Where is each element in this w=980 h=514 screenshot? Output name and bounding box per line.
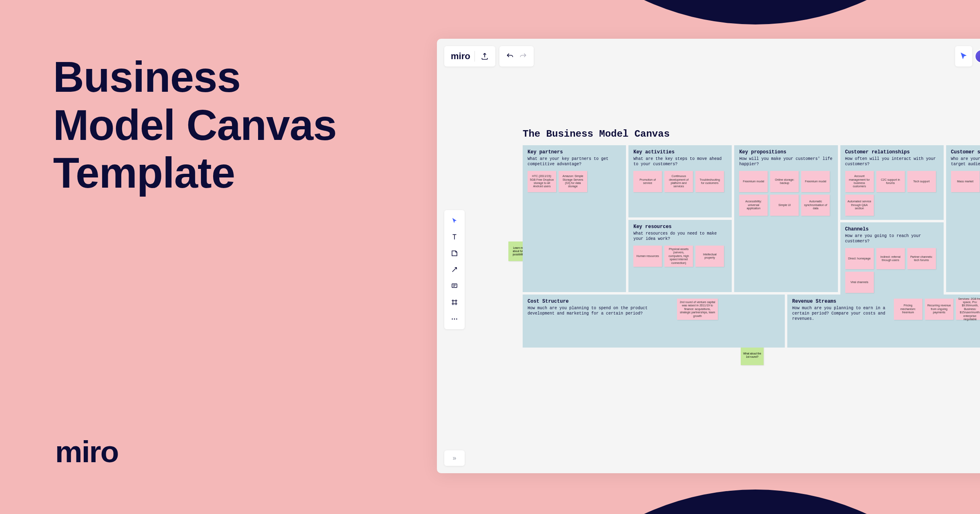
arrow-tool[interactable] bbox=[447, 262, 462, 277]
sticky-note[interactable]: Recurring revenue from ongoing payments bbox=[925, 299, 953, 320]
collaborator-avatars[interactable]: +3 bbox=[977, 49, 980, 63]
sticky-note[interactable]: Services: 2GB free space, Pro: $9.99/mon… bbox=[956, 299, 980, 320]
cell-title: Customer relationships bbox=[845, 149, 939, 155]
cell-title: Key partners bbox=[528, 149, 621, 155]
sticky-note[interactable]: Promotion of service bbox=[633, 171, 662, 192]
source-attribution: Source: Strategyzer.co bbox=[523, 351, 980, 355]
sticky-tool[interactable] bbox=[447, 246, 462, 261]
sticky-note[interactable]: Online storage: backup bbox=[770, 171, 799, 192]
sticky-note[interactable]: Direct: homepage bbox=[845, 248, 874, 269]
sticky-note[interactable]: Tech support bbox=[907, 171, 936, 192]
sticky-note[interactable]: Freemium model bbox=[801, 171, 830, 192]
toolbar-group-history bbox=[499, 46, 534, 66]
sticky-note[interactable]: Mass market bbox=[951, 171, 980, 192]
cell-subtitle: How much are you planning to spend on th… bbox=[528, 306, 669, 316]
sticky-note[interactable]: HTC (2011/19): 5GB Free Dropbox storage … bbox=[528, 171, 556, 192]
board-title: The Business Model Canvas bbox=[523, 128, 980, 140]
expand-panel-button[interactable]: » bbox=[444, 450, 465, 466]
cell-channels[interactable]: Channels How are you going to reach your… bbox=[840, 222, 944, 297]
cell-key-partners[interactable]: Key partners What are your key partners … bbox=[523, 145, 626, 292]
sticky-note[interactable]: Automatic synchronisation of data bbox=[801, 195, 830, 216]
sticky-note[interactable]: Simple UI bbox=[770, 195, 799, 216]
export-icon[interactable] bbox=[478, 50, 491, 63]
sticky-note[interactable]: Freemium model bbox=[739, 171, 768, 192]
sticky-note[interactable]: Human resources bbox=[633, 246, 662, 267]
cell-subtitle: What are the key steps to move ahead to … bbox=[633, 156, 727, 167]
sticky-note[interactable]: Indirect: referral through users bbox=[876, 248, 905, 269]
sticky-note[interactable]: Intellectual property bbox=[695, 246, 724, 267]
cell-title: Cost Structure bbox=[528, 299, 669, 304]
cell-key-resources[interactable]: Key resources What resources do you need… bbox=[628, 220, 732, 292]
select-tool[interactable] bbox=[447, 213, 462, 228]
cell-title: Revenue Streams bbox=[792, 299, 888, 304]
cell-subtitle: How much are you planning to earn in a c… bbox=[792, 306, 888, 321]
app-window: miro +3 Sha bbox=[437, 39, 980, 473]
cell-title: Key resources bbox=[633, 224, 727, 230]
cell-subtitle: How are you going to reach your customer… bbox=[845, 233, 939, 244]
comment-tool[interactable] bbox=[447, 279, 462, 293]
sticky-note[interactable]: Partner channels: tech forums bbox=[907, 248, 936, 269]
sticky-note[interactable]: Troubleshooting for customers bbox=[695, 171, 724, 192]
hero-title: Business Model Canvas Template bbox=[53, 53, 336, 197]
cell-revenue-streams[interactable]: Revenue Streams How much are you plannin… bbox=[787, 295, 980, 348]
sticky-note[interactable]: 2nd round of venture capital was raised … bbox=[677, 299, 718, 320]
decorative-arc-top bbox=[490, 0, 980, 24]
cell-subtitle: What resources do you need to make your … bbox=[633, 231, 727, 241]
sticky-note[interactable]: Amazon: Simple Storage Servers (S3) for … bbox=[559, 171, 587, 192]
cell-key-activities[interactable]: Key activities What are the key steps to… bbox=[628, 145, 732, 217]
toolbar-group-main: miro bbox=[444, 46, 495, 66]
cell-customer-segments[interactable]: Customer segments Who are your customers… bbox=[946, 145, 980, 292]
canvas-board[interactable]: The Business Model Canvas Key partners W… bbox=[523, 128, 980, 355]
undo-icon[interactable] bbox=[503, 50, 517, 63]
more-tools[interactable]: ⋯ bbox=[447, 311, 462, 326]
frame-tool[interactable] bbox=[447, 295, 462, 310]
top-right-controls: +3 Sha bbox=[955, 46, 980, 66]
cell-title: Customer segments bbox=[951, 149, 980, 155]
svg-rect-0 bbox=[452, 284, 457, 288]
decorative-arc-bottom bbox=[490, 490, 980, 514]
sticky-note[interactable]: Account management for business customer… bbox=[845, 171, 874, 192]
sticky-note[interactable]: Viral channels bbox=[845, 272, 874, 293]
cell-subtitle: How often will you interact with your cu… bbox=[845, 156, 939, 167]
sticky-note[interactable]: Automated service through Q&A section bbox=[845, 195, 874, 216]
miro-wordmark: miro bbox=[55, 434, 118, 469]
cell-title: Key activities bbox=[633, 149, 727, 155]
side-toolbar: ⋯ bbox=[444, 210, 465, 329]
cell-customer-relationships[interactable]: Customer relationships How often will yo… bbox=[840, 145, 944, 220]
cell-value-propositions[interactable]: Key propositions How will you make your … bbox=[734, 145, 837, 292]
app-logo[interactable]: miro bbox=[448, 51, 475, 62]
sticky-note[interactable]: C2C support in forums bbox=[876, 171, 905, 192]
redo-icon[interactable] bbox=[517, 50, 530, 63]
cell-cost-structure[interactable]: Cost Structure How much are you planning… bbox=[523, 295, 785, 348]
cell-subtitle: What are your key partners to get compet… bbox=[528, 156, 621, 167]
avatar[interactable] bbox=[975, 49, 980, 63]
text-tool[interactable] bbox=[447, 230, 462, 244]
sticky-note[interactable]: Continuous development of platform and s… bbox=[664, 171, 693, 192]
cell-title: Channels bbox=[845, 226, 939, 232]
cursor-mode-button[interactable] bbox=[955, 46, 972, 66]
cell-subtitle: How will you make your customers' life h… bbox=[739, 156, 833, 167]
sticky-note[interactable]: Physical assets (servers, computers, hig… bbox=[664, 246, 693, 267]
sticky-note[interactable]: Accessibility: universal application bbox=[739, 195, 768, 216]
cell-title: Key propositions bbox=[739, 149, 833, 155]
top-toolbar: miro bbox=[444, 46, 534, 66]
cell-subtitle: Who are your customers? Describe your ta… bbox=[951, 156, 980, 167]
bmc-grid: Key partners What are your key partners … bbox=[523, 145, 980, 348]
sticky-note[interactable]: Pricing mechanism: freemium bbox=[894, 299, 922, 320]
